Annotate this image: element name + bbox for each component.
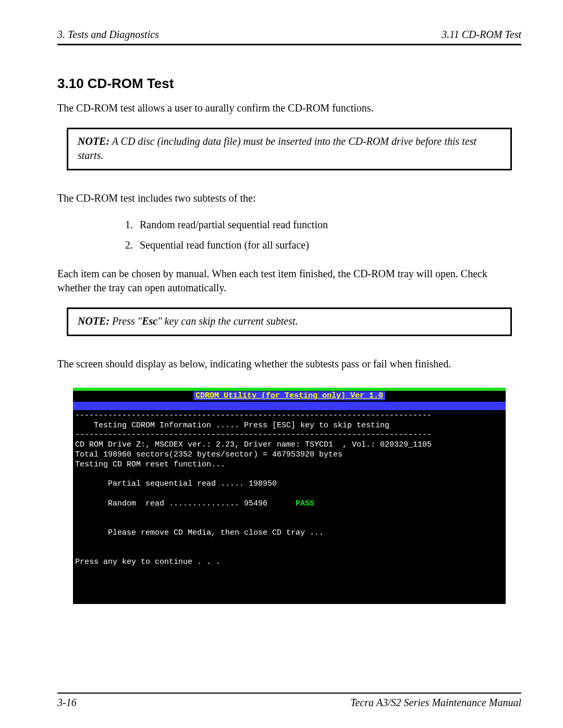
terminal-line: Press any key to continue . . .: [75, 558, 221, 566]
terminal-title: CDROM Utility (for Testing only) Ver 1.0: [193, 391, 385, 400]
terminal-line-prefix: Random read ............... 95496: [75, 499, 296, 508]
footer-page-number: 3-16: [57, 697, 77, 709]
note-box-1: NOTE: A CD disc (including data file) mu…: [67, 128, 512, 170]
terminal-line: Testing CD ROM reset function...: [75, 460, 225, 469]
terminal-pass-indicator: PASS: [296, 499, 314, 508]
note-label: NOTE:: [78, 135, 109, 147]
terminal-body: ----------------------------------------…: [73, 410, 506, 604]
terminal-line: Partial sequential read ..... 198950: [75, 479, 277, 488]
terminal-line: CD ROM Drive Z:, MSCDEX ver.: 2.23, Driv…: [75, 440, 432, 449]
header-left: 3. Tests and Diagnostics: [57, 29, 159, 41]
note-key: Esc: [142, 315, 157, 327]
intro-paragraph: The CD-ROM test allows a user to aurally…: [57, 101, 521, 115]
list-item: Random read/partial sequential read func…: [136, 218, 521, 232]
note-text: A CD disc (including data file) must be …: [78, 135, 476, 161]
footer-manual-title: Tecra A3/S2 Series Maintenance Manual: [350, 697, 521, 709]
after-list-paragraph: Each item can be chosen by manual. When …: [57, 267, 521, 295]
terminal-line: ----------------------------------------…: [75, 430, 432, 439]
terminal-screenshot: CDROM Utility (for Testing only) Ver 1.0…: [73, 388, 506, 604]
terminal-blue-bar: [73, 402, 506, 410]
list-item: Sequential read function (for all surfac…: [136, 238, 521, 252]
note-text-suffix: " key can skip the current subtest.: [157, 315, 298, 327]
terminal-line: Testing CDROM Information ..... Press [E…: [75, 421, 389, 430]
page-footer: 3-16 Tecra A3/S2 Series Maintenance Manu…: [57, 693, 521, 709]
subtests-list: Random read/partial sequential read func…: [57, 218, 521, 252]
note-text-prefix: Press ": [109, 315, 142, 327]
document-page: 3. Tests and Diagnostics 3.11 CD-ROM Tes…: [0, 0, 563, 728]
terminal-line: Total 198960 sectors(2352 bytes/sector) …: [75, 450, 342, 459]
terminal-line: Please remove CD Media, then close CD tr…: [75, 528, 324, 537]
terminal-line: ----------------------------------------…: [75, 411, 432, 420]
note-box-2: NOTE: Press "Esc" key can skip the curre…: [67, 307, 512, 336]
subtests-intro: The CD-ROM test includes two subtests of…: [57, 191, 521, 205]
terminal-title-row: CDROM Utility (for Testing only) Ver 1.0: [73, 391, 506, 402]
screen-intro: The screen should display as below, indi…: [57, 357, 521, 371]
page-header: 3. Tests and Diagnostics 3.11 CD-ROM Tes…: [57, 29, 521, 45]
header-right: 3.11 CD-ROM Test: [442, 29, 521, 41]
note-label: NOTE:: [78, 315, 109, 327]
section-heading: 3.10 CD-ROM Test: [57, 76, 521, 92]
